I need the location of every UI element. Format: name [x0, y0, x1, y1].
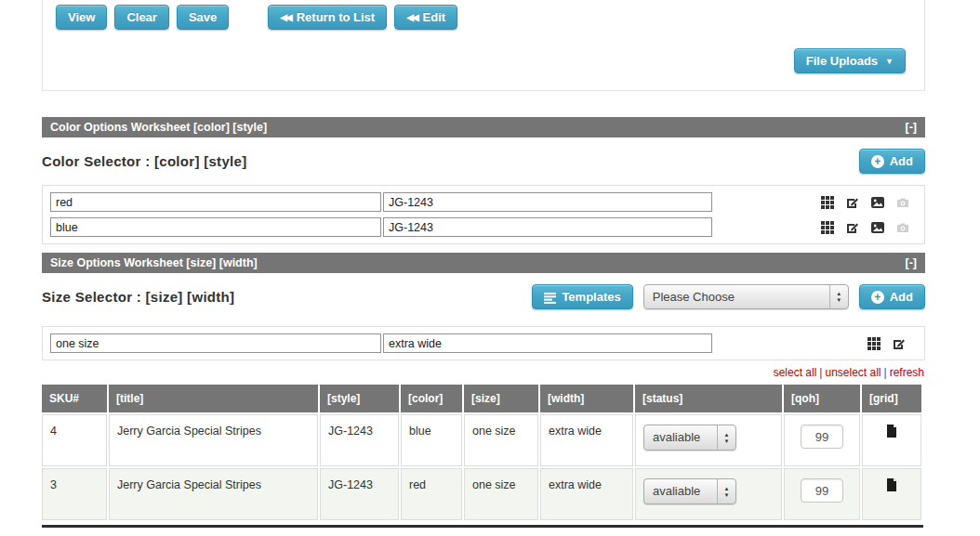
page: View Clear Save ◀◀ Return to List ◀◀ Edi… — [0, 0, 980, 536]
grid-icon[interactable] — [821, 196, 834, 209]
sku-table-header-row: SKU# [title] [style] [color] [size] [wid… — [42, 385, 921, 412]
status-value: avaliable — [644, 479, 717, 503]
header-size: [size] — [464, 385, 538, 412]
cell-size: one size — [464, 468, 538, 520]
cell-width: extra wide — [540, 414, 633, 466]
color-add-button[interactable]: + Add — [859, 149, 925, 174]
sku-table-row: 3 Jerry Garcia Special Stripes JG-1243 r… — [42, 468, 921, 520]
color-style-input[interactable] — [383, 192, 712, 212]
color-options-section-bar: Color Options Worksheet [color] [style] … — [42, 117, 925, 137]
cell-sku: 3 — [42, 468, 107, 520]
sku-table-row: 4 Jerry Garcia Special Stripes JG-1243 b… — [42, 414, 921, 466]
return-to-list-label: Return to List — [297, 10, 376, 24]
view-button-label: View — [68, 10, 95, 24]
header-sku: SKU# — [42, 385, 107, 412]
clear-button-label: Clear — [126, 10, 157, 24]
link-separator: | — [884, 366, 887, 379]
image-icon[interactable] — [871, 221, 884, 234]
cell-sku: 4 — [42, 414, 107, 466]
save-button[interactable]: Save — [177, 5, 229, 30]
document-icon[interactable] — [885, 425, 898, 438]
select-arrows-icon: ▲▼ — [717, 479, 735, 503]
header-color: [color] — [401, 385, 462, 412]
edit-icon[interactable] — [846, 196, 859, 209]
return-to-list-button[interactable]: ◀◀ Return to List — [268, 5, 387, 30]
color-name-input[interactable] — [50, 217, 381, 237]
cell-color: red — [401, 468, 462, 520]
status-select[interactable]: avaliable ▲▼ — [643, 425, 736, 451]
size-name-input[interactable] — [50, 333, 381, 353]
qoh-input[interactable] — [801, 478, 843, 503]
templates-choose-value: Please Choose — [644, 285, 829, 308]
size-options-section-title: Size Options Worksheet [size] [width] — [50, 253, 258, 273]
templates-button[interactable]: Templates — [532, 284, 632, 309]
caret-down-icon: ▼ — [885, 57, 894, 66]
cell-width: extra wide — [540, 468, 633, 520]
file-uploads-button[interactable]: File Uploads ▼ — [794, 48, 906, 73]
select-arrows-icon: ▲▼ — [829, 285, 848, 308]
view-button[interactable]: View — [56, 5, 107, 30]
header-title: [title] — [109, 385, 318, 412]
document-icon[interactable] — [885, 478, 898, 491]
status-select[interactable]: avaliable ▲▼ — [643, 478, 736, 504]
sku-table: SKU# [title] [style] [color] [size] [wid… — [40, 383, 923, 522]
header-style: [style] — [320, 385, 399, 412]
plus-icon: + — [871, 155, 884, 168]
table-action-links: select all|unselect all|refresh — [42, 366, 924, 379]
color-section-collapse-toggle[interactable]: [-] — [906, 117, 918, 137]
plus-icon: + — [871, 291, 884, 304]
color-name-input[interactable] — [50, 192, 381, 212]
size-options-section-bar: Size Options Worksheet [size] [width] [-… — [42, 253, 925, 273]
templates-choose-select[interactable]: Please Choose ▲▼ — [643, 284, 849, 309]
header-qoh: [qoh] — [784, 385, 860, 412]
cell-title: Jerry Garcia Special Stripes — [109, 414, 318, 466]
size-selector-heading: Size Selector : [size] [width] — [42, 289, 234, 305]
link-separator: | — [819, 366, 822, 379]
double-left-arrow-icon: ◀◀ — [406, 12, 417, 22]
list-icon — [544, 292, 556, 303]
size-width-input[interactable] — [383, 333, 712, 353]
cell-size: one size — [464, 414, 538, 466]
camera-icon[interactable] — [896, 196, 909, 209]
cell-title: Jerry Garcia Special Stripes — [109, 468, 318, 520]
camera-icon[interactable] — [896, 221, 909, 234]
edit-icon[interactable] — [846, 221, 859, 234]
next-section-divider — [42, 525, 923, 528]
color-row — [50, 190, 917, 215]
color-row — [50, 215, 917, 240]
unselect-all-link[interactable]: unselect all — [825, 366, 881, 379]
file-uploads-label: File Uploads — [806, 54, 878, 68]
edit-button-label: Edit — [423, 10, 446, 24]
cell-style: JG-1243 — [320, 414, 399, 466]
templates-label: Templates — [562, 290, 620, 304]
color-style-input[interactable] — [383, 217, 712, 237]
cell-color: blue — [401, 414, 462, 466]
select-all-link[interactable]: select all — [774, 366, 817, 379]
toolbar-spacer — [236, 5, 260, 30]
refresh-link[interactable]: refresh — [890, 366, 924, 379]
qoh-input[interactable] — [801, 425, 843, 449]
size-rows-box — [42, 326, 925, 360]
header-width: [width] — [540, 385, 633, 412]
image-icon[interactable] — [871, 196, 884, 209]
header-grid: [grid] — [862, 385, 921, 412]
status-value: avaliable — [644, 425, 717, 450]
grid-icon[interactable] — [867, 337, 881, 350]
edit-icon[interactable] — [893, 337, 906, 350]
size-row — [50, 331, 917, 356]
size-add-label: Add — [890, 290, 913, 304]
cell-style: JG-1243 — [320, 468, 399, 520]
double-left-arrow-icon: ◀◀ — [280, 12, 290, 22]
clear-button[interactable]: Clear — [114, 5, 169, 30]
grid-icon[interactable] — [821, 221, 834, 234]
color-options-section-title: Color Options Worksheet [color] [style] — [50, 117, 267, 137]
toolbar-panel: View Clear Save ◀◀ Return to List ◀◀ Edi… — [42, 0, 925, 91]
select-arrows-icon: ▲▼ — [717, 425, 735, 450]
color-rows-box — [42, 185, 925, 244]
edit-button[interactable]: ◀◀ Edit — [394, 5, 457, 30]
size-section-collapse-toggle[interactable]: [-] — [906, 253, 918, 273]
save-button-label: Save — [189, 10, 217, 24]
header-status: [status] — [635, 385, 782, 412]
color-selector-heading: Color Selector : [color] [style] — [42, 153, 246, 169]
size-add-button[interactable]: + Add — [859, 284, 925, 309]
